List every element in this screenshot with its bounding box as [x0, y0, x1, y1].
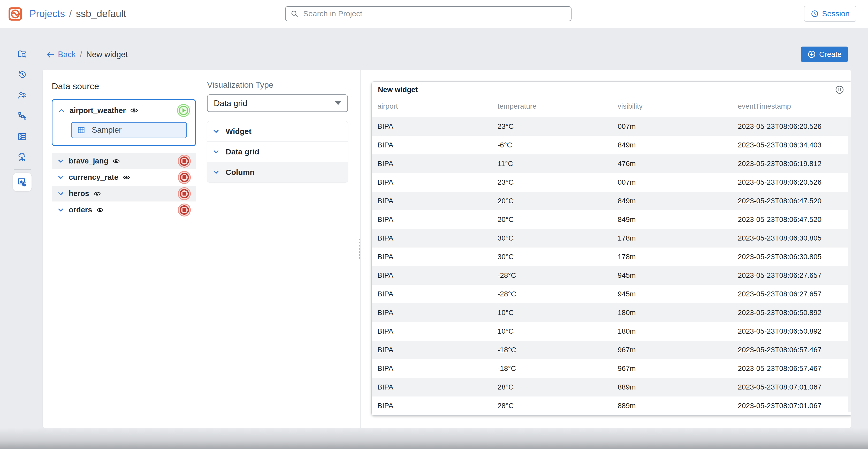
visualization-section-label: Data grid [226, 147, 259, 156]
cell-airport: BIPA [372, 383, 492, 391]
visualization-type-value: Data grid [214, 98, 247, 108]
session-button[interactable]: Session [804, 6, 856, 22]
cell-event-timestamp: 2023-05-23T08:06:19.812 [732, 159, 851, 168]
data-source-item-label: brave_jang [69, 157, 108, 165]
sampler-running-button[interactable] [177, 104, 190, 117]
table-row: BIPA 20°C 849m 2023-05-23T08:06:47.520 [372, 210, 851, 229]
caret-down-icon [335, 101, 341, 105]
cell-temperature: 28°C [492, 383, 612, 391]
data-source-active-item[interactable]: airport_weather [52, 99, 196, 146]
table-row: BIPA -6°C 849m 2023-05-23T08:06:34.403 [372, 136, 851, 154]
bottom-shade [0, 428, 868, 449]
table-row: BIPA -28°C 945m 2023-05-23T08:06:27.657 [372, 266, 851, 285]
cell-airport: BIPA [372, 271, 492, 279]
chevron-down-icon[interactable] [212, 148, 220, 156]
project-search[interactable] [285, 6, 571, 21]
eye-icon[interactable] [130, 106, 138, 115]
page-title: New widget [86, 50, 128, 59]
sidebar-divider [14, 169, 31, 170]
cell-airport: BIPA [372, 402, 492, 410]
visualization-section-label: Widget [226, 127, 251, 136]
eye-icon[interactable] [113, 157, 120, 165]
cell-airport: BIPA [372, 122, 492, 130]
cell-temperature: 20°C [492, 197, 612, 205]
search-icon [290, 9, 299, 18]
eye-icon[interactable] [93, 190, 101, 198]
sidebar-item-job-flow[interactable] [12, 106, 32, 126]
data-source-item[interactable]: orders [52, 202, 196, 218]
breadcrumb-current-project: ssb_default [76, 8, 126, 20]
cell-temperature: -28°C [492, 271, 612, 279]
table-row: BIPA 10°C 180m 2023-05-23T08:06:50.892 [372, 303, 851, 322]
job-flow-icon [17, 111, 27, 121]
chevron-down-icon[interactable] [212, 168, 220, 176]
sidebar-item-users[interactable] [12, 85, 32, 106]
cell-event-timestamp: 2023-05-23T08:06:57.467 [732, 346, 851, 354]
visualization-title: Visualization Type [207, 80, 348, 90]
cell-event-timestamp: 2023-05-23T08:06:30.805 [732, 234, 851, 242]
data-source-item[interactable]: brave_jang [52, 153, 196, 170]
cell-visibility: 889m [612, 383, 732, 391]
sampler-label: Sampler [92, 125, 122, 135]
cell-airport: BIPA [372, 308, 492, 317]
eye-icon[interactable] [123, 174, 130, 181]
chevron-down-icon[interactable] [57, 190, 65, 198]
sidebar-item-history[interactable] [12, 64, 32, 85]
cell-temperature: 10°C [492, 308, 612, 317]
back-link[interactable]: Back [46, 50, 76, 59]
cell-event-timestamp: 2023-05-23T08:06:47.520 [732, 215, 851, 224]
data-source-active-label: airport_weather [69, 106, 126, 115]
cell-event-timestamp: 2023-05-23T08:06:50.892 [732, 327, 851, 335]
cell-visibility: 007m [612, 178, 732, 186]
chevron-down-icon[interactable] [57, 174, 65, 181]
cell-event-timestamp: 2023-05-23T08:06:34.403 [732, 141, 851, 149]
toolbar-separator: / [80, 50, 82, 59]
visualization-section[interactable]: Column [207, 162, 348, 182]
chevron-down-icon[interactable] [212, 127, 220, 135]
breadcrumb-projects-link[interactable]: Projects [29, 8, 65, 20]
visualization-section[interactable]: Data grid [207, 142, 348, 162]
sampler-stopped-button[interactable] [178, 187, 191, 200]
sidebar [12, 43, 32, 191]
table-scrollbar[interactable] [848, 118, 851, 412]
sampler-stopped-button[interactable] [178, 171, 191, 184]
cell-visibility: 889m [612, 402, 732, 410]
cell-temperature: -6°C [492, 141, 612, 149]
sidebar-item-data-sources[interactable] [12, 147, 32, 168]
visualization-section[interactable]: Widget [207, 121, 348, 142]
cell-airport: BIPA [372, 364, 492, 373]
chevron-up-icon[interactable] [58, 107, 65, 114]
data-source-title: Data source [52, 81, 196, 91]
clock-icon [811, 9, 819, 18]
main-panel: Data source airport_weather [43, 70, 851, 428]
cell-event-timestamp: 2023-05-23T08:06:50.892 [732, 308, 851, 317]
data-source-list: brave_jang currency_rate [52, 153, 196, 218]
cell-visibility: 849m [612, 197, 732, 205]
data-source-item[interactable]: heros [52, 186, 196, 202]
sidebar-item-widgets-active[interactable] [13, 173, 32, 191]
page-toolbar: Back / New widget Create [0, 46, 868, 63]
pause-button[interactable] [835, 85, 844, 95]
sampler-stopped-button[interactable] [178, 204, 191, 216]
cell-temperature: 20°C [492, 215, 612, 224]
table-column-header: temperature [492, 102, 612, 111]
visualization-type-select[interactable]: Data grid [207, 94, 348, 112]
search-input[interactable] [303, 9, 566, 18]
widget-preview-panel: New widget airport temperature visibilit… [361, 70, 851, 428]
sidebar-item-projects[interactable] [12, 43, 32, 64]
stop-icon [180, 173, 189, 182]
chevron-down-icon[interactable] [57, 157, 65, 165]
cell-temperature: 11°C [492, 159, 612, 168]
table-row: BIPA 11°C 476m 2023-05-23T08:06:19.812 [372, 154, 851, 173]
chevron-down-icon[interactable] [57, 206, 65, 214]
eye-icon[interactable] [96, 206, 104, 214]
data-source-item[interactable]: currency_rate [52, 170, 196, 186]
cell-airport: BIPA [372, 327, 492, 335]
create-button-label: Create [819, 50, 842, 59]
sampler-stopped-button[interactable] [178, 155, 191, 168]
sampler-item[interactable]: Sampler [71, 122, 187, 138]
pause-icon [835, 85, 844, 95]
sidebar-item-tables[interactable] [12, 126, 32, 147]
table-row: BIPA 10°C 180m 2023-05-23T08:06:50.892 [372, 322, 851, 341]
create-button[interactable]: Create [801, 47, 848, 62]
